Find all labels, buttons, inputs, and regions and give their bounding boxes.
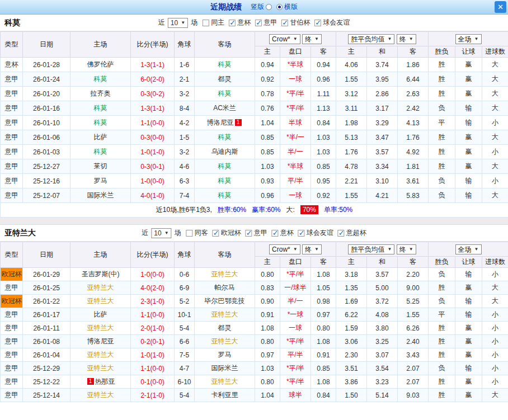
team-name: 亚特兰大: [87, 351, 114, 358]
league-cell: 意甲: [1, 308, 23, 322]
team-name: 比萨: [94, 133, 107, 141]
away-team-cell: 科莫: [195, 188, 255, 203]
checkbox-icon[interactable]: [229, 20, 236, 26]
avg-away-cell: 5.83: [398, 188, 429, 203]
red-card-badge: 1: [235, 119, 242, 126]
avg-type-select[interactable]: 胜平负均值: [348, 244, 394, 254]
summary-segment: 近10场,胜6平1负3,: [156, 206, 212, 214]
col-away: 客场: [195, 242, 255, 268]
avg-stage-select[interactable]: 终: [397, 244, 416, 254]
away-odds-cell: 1.08: [311, 268, 336, 281]
filter-checkbox-欧冠杯[interactable]: 欧冠杯: [213, 228, 241, 238]
filter-checkbox-意甲[interactable]: 意甲: [255, 18, 277, 27]
avg-away-cell: 1.55: [398, 308, 429, 322]
avg-stage-select[interactable]: 终: [397, 34, 416, 44]
avg-away-cell: 5.25: [398, 295, 429, 308]
scope-select[interactable]: 全场: [455, 244, 482, 254]
away-team-cell: 亚特兰大: [195, 375, 255, 389]
avg-type-select[interactable]: 胜平负均值: [348, 34, 394, 44]
goals-result-cell: 大: [482, 389, 508, 402]
filter-checkbox-同客[interactable]: 同客: [186, 228, 208, 238]
checkbox-icon[interactable]: [213, 230, 219, 237]
close-button[interactable]: ✕: [495, 1, 506, 13]
team-section-atalanta: 亚特兰大 近 10 场 同客欧冠杯意甲意杯球会友谊意超杯 类型 日期 主场 比分…: [0, 225, 508, 402]
filter-checkbox-球会友谊[interactable]: 球会友谊: [314, 18, 350, 27]
layout-option-vertical[interactable]: 竖版: [251, 2, 272, 12]
away-team-cell: 卡利亚里: [195, 389, 255, 402]
handicap-cell: *半球: [280, 159, 311, 174]
checkbox-icon[interactable]: [203, 20, 209, 26]
bookmaker-select-value: Crow*: [272, 35, 290, 44]
odds-stage-select[interactable]: 终: [302, 34, 322, 44]
filter-checkbox-甘伯杯[interactable]: 甘伯杯: [281, 18, 310, 27]
team-name: 乌迪内斯: [211, 148, 238, 155]
handicap-cell: *平/半: [280, 335, 311, 348]
handicap-result-cell: 赢: [455, 335, 482, 348]
odds-stage-select[interactable]: 终: [302, 244, 322, 254]
filter-checkbox-意甲[interactable]: 意甲: [246, 228, 267, 238]
result-cell: 胜: [429, 389, 455, 402]
score-cell: 6-0(2-0): [131, 72, 175, 87]
handicap-result-cell: 输: [455, 101, 482, 116]
date-cell: 26-01-28: [23, 58, 70, 72]
checkbox-icon[interactable]: [338, 230, 345, 237]
filter-checkbox-意超杯[interactable]: 意超杯: [338, 228, 366, 238]
match-count-select[interactable]: 10: [168, 18, 188, 28]
checkbox-icon[interactable]: [246, 230, 252, 237]
home-team-cell: 亚特兰大: [70, 348, 131, 362]
handicap-cell: *一球: [280, 308, 311, 322]
checkbox-icon[interactable]: [272, 230, 279, 237]
date-cell: 25-12-07: [23, 188, 70, 203]
result-cell: 负: [429, 174, 455, 188]
handicap-cell: *平/半: [280, 87, 311, 101]
filter-checkbox-同主[interactable]: 同主: [203, 18, 224, 27]
league-cell: 意甲: [1, 159, 23, 174]
away-odds-cell: 0.95: [311, 174, 336, 188]
match-row: 意甲26-01-20拉齐奥0-3(0-2)3-2科莫0.78*平/半1.113.…: [1, 87, 508, 101]
radio-selected-icon[interactable]: [276, 4, 283, 10]
checkbox-icon[interactable]: [281, 20, 288, 26]
result-cell: 胜: [429, 145, 455, 159]
home-odds-cell: 1.04: [255, 116, 280, 130]
team-name: 罗马: [218, 351, 232, 358]
corner-cell: 7-5: [175, 348, 195, 362]
corner-cell: 1-5: [175, 130, 195, 145]
avg-home-cell: 1.59: [336, 322, 367, 335]
result-cell: 胜: [429, 375, 455, 389]
league-cell: 意甲: [1, 145, 23, 159]
checkbox-icon[interactable]: [186, 230, 193, 237]
corner-cell: 4-2: [175, 116, 195, 130]
scope-select[interactable]: 全场: [455, 34, 482, 44]
avg-away-cell: 1.76: [398, 130, 429, 145]
handicap-result-cell: 输: [455, 116, 482, 130]
home-odds-cell: 0.83: [255, 281, 280, 295]
result-cell: 负: [429, 268, 455, 281]
filter-checkbox-球会友谊[interactable]: 球会友谊: [298, 228, 333, 238]
goals-result-cell: 小: [482, 308, 508, 322]
corner-cell: 4-6: [175, 159, 195, 174]
corner-cell: 6-10: [175, 375, 195, 389]
home-odds-cell: 0.91: [255, 308, 280, 322]
radio-unselected-icon[interactable]: [266, 4, 272, 10]
team-name: 亚特兰大: [211, 270, 238, 278]
checkbox-icon[interactable]: [255, 20, 262, 26]
layout-option-horizontal[interactable]: 横版: [276, 2, 298, 12]
handicap-result-cell: 输: [455, 174, 482, 188]
results-table: 类型 日期 主场 比分(半场) 角球 客场 Crow* 终 胜平负均值 终 全场: [0, 31, 508, 218]
bookmaker-select[interactable]: Crow*: [269, 244, 300, 254]
checkbox-icon[interactable]: [314, 20, 321, 26]
table-header-row-1: 类型 日期 主场 比分(半场) 角球 客场 Crow* 终 胜平负均值 终 全场: [1, 242, 508, 257]
checkbox-icon[interactable]: [298, 230, 305, 237]
avg-draw-cell: 3.07: [367, 348, 398, 362]
match-count-select[interactable]: 10: [151, 228, 171, 238]
corner-cell: 0-6: [175, 268, 195, 281]
home-odds-cell: 0.76: [255, 101, 280, 116]
filter-checkbox-意杯[interactable]: 意杯: [272, 228, 294, 238]
filter-checkbox-意杯[interactable]: 意杯: [229, 18, 251, 27]
home-team-cell: 科莫: [70, 101, 131, 116]
score-cell: 0-1(0-0): [131, 375, 175, 389]
result-cell: 负: [429, 295, 455, 308]
sub-col-odds-away: 客: [311, 46, 336, 58]
sub-col-avg-away: 客: [398, 46, 429, 58]
bookmaker-select[interactable]: Crow*: [269, 34, 300, 44]
